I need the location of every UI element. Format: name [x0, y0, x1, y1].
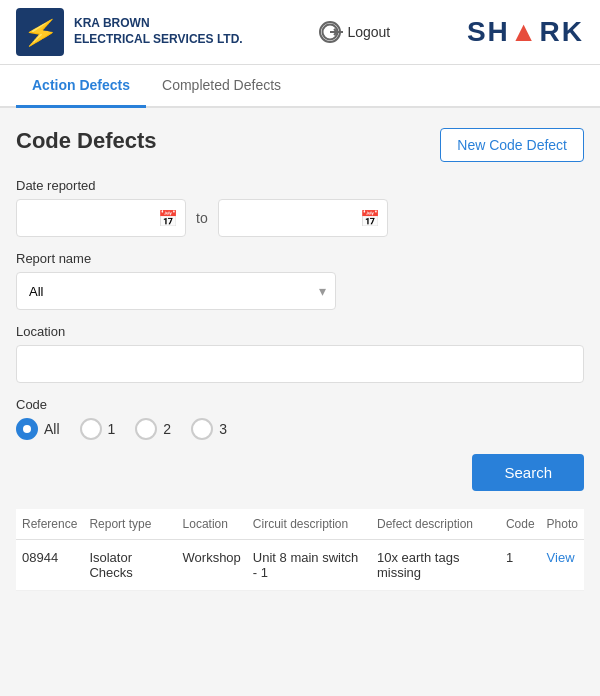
- cell-reference: 08944: [16, 540, 83, 591]
- col-location: Location: [177, 509, 247, 540]
- col-photo: Photo: [541, 509, 584, 540]
- table-body: 08944 Isolator Checks Workshop Unit 8 ma…: [16, 540, 584, 591]
- tabs-bar: Action Defects Completed Defects: [0, 65, 600, 108]
- radio-circle-2: [135, 418, 157, 440]
- logout-icon: [319, 21, 341, 43]
- table-head: Reference Report type Location Circuit d…: [16, 509, 584, 540]
- code-label-2: 2: [163, 421, 171, 437]
- date-to-separator: to: [196, 210, 208, 226]
- search-btn-wrap: Search: [16, 454, 584, 491]
- code-label-all: All: [44, 421, 60, 437]
- section-header: Code Defects New Code Defect: [16, 128, 584, 162]
- code-radio-2[interactable]: 2: [135, 418, 171, 440]
- header: ⚡ KRA BROWN ELECTRICAL SERVICES LTD. Log…: [0, 0, 600, 65]
- code-label-3: 3: [219, 421, 227, 437]
- date-to-wrap: 📅: [218, 199, 388, 237]
- logo-bolt-icon: ⚡: [20, 13, 60, 52]
- radio-circle-all: [16, 418, 38, 440]
- cell-defect-description: 10x earth tags missing: [371, 540, 500, 591]
- report-name-select-wrap: All ▾: [16, 272, 336, 310]
- report-name-label: Report name: [16, 251, 584, 266]
- header-left: ⚡ KRA BROWN ELECTRICAL SERVICES LTD.: [16, 8, 243, 56]
- radio-circle-1: [80, 418, 102, 440]
- company-name-text: KRA BROWN ELECTRICAL SERVICES LTD.: [74, 16, 243, 47]
- col-circuit-description: Circuit description: [247, 509, 371, 540]
- cell-photo: View: [541, 540, 584, 591]
- cell-location: Workshop: [177, 540, 247, 591]
- table-header-row: Reference Report type Location Circuit d…: [16, 509, 584, 540]
- company-logo: ⚡: [16, 8, 64, 56]
- date-from-input[interactable]: [16, 199, 186, 237]
- code-group: Code All 1 2 3: [16, 397, 584, 440]
- radio-circle-3: [191, 418, 213, 440]
- main-content: Code Defects New Code Defect Date report…: [0, 108, 600, 696]
- location-group: Location: [16, 324, 584, 383]
- code-label-1: 1: [108, 421, 116, 437]
- shark-logo: SH▲RK: [467, 16, 584, 48]
- tab-completed-defects[interactable]: Completed Defects: [146, 65, 297, 108]
- report-name-group: Report name All ▾: [16, 251, 584, 310]
- section-title: Code Defects: [16, 128, 157, 154]
- logout-label: Logout: [347, 24, 390, 40]
- code-radio-all[interactable]: All: [16, 418, 60, 440]
- date-row: 📅 to 📅: [16, 199, 584, 237]
- location-label: Location: [16, 324, 584, 339]
- date-from-wrap: 📅: [16, 199, 186, 237]
- code-radio-row: All 1 2 3: [16, 418, 584, 440]
- table-row: 08944 Isolator Checks Workshop Unit 8 ma…: [16, 540, 584, 591]
- cell-code: 1: [500, 540, 541, 591]
- tab-action-defects[interactable]: Action Defects: [16, 65, 146, 108]
- code-label: Code: [16, 397, 584, 412]
- code-radio-3[interactable]: 3: [191, 418, 227, 440]
- date-reported-group: Date reported 📅 to 📅: [16, 178, 584, 237]
- new-code-defect-button[interactable]: New Code Defect: [440, 128, 584, 162]
- cell-report-type: Isolator Checks: [83, 540, 176, 591]
- logout-button[interactable]: Logout: [319, 21, 390, 43]
- view-link[interactable]: View: [547, 550, 575, 565]
- report-name-select[interactable]: All: [16, 272, 336, 310]
- search-button[interactable]: Search: [472, 454, 584, 491]
- col-defect-description: Defect description: [371, 509, 500, 540]
- company-name-line2: ELECTRICAL SERVICES LTD.: [74, 32, 243, 48]
- date-to-input[interactable]: [218, 199, 388, 237]
- col-code: Code: [500, 509, 541, 540]
- code-radio-1[interactable]: 1: [80, 418, 116, 440]
- location-input[interactable]: [16, 345, 584, 383]
- date-reported-label: Date reported: [16, 178, 584, 193]
- cell-circuit-description: Unit 8 main switch - 1: [247, 540, 371, 591]
- col-report-type: Report type: [83, 509, 176, 540]
- col-reference: Reference: [16, 509, 83, 540]
- company-name-line1: KRA BROWN: [74, 16, 243, 32]
- results-table: Reference Report type Location Circuit d…: [16, 509, 584, 591]
